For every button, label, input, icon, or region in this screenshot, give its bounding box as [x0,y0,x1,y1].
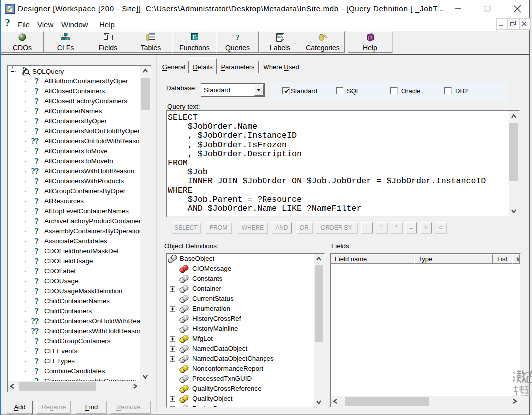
svg-text:?: ? [370,35,372,40]
svg-text:n: n [195,36,197,40]
svg-text:abc: abc [278,35,284,38]
